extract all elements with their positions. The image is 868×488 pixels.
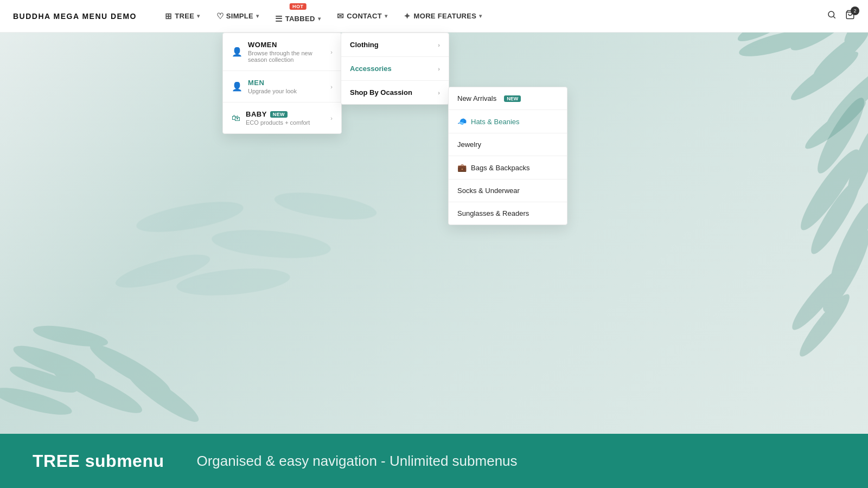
tabbed-icon: ☰ [275,14,282,24]
nav-item-more[interactable]: ✦ MORE FEATURES ▾ [397,7,488,25]
sunglasses-label: Sunglasses & Readers [457,209,529,217]
nav-contact-label: CONTACT [347,12,382,20]
svg-point-10 [810,93,868,178]
leaf-bottom-left [0,228,326,445]
svg-point-27 [113,248,213,294]
svg-point-25 [135,196,246,238]
baby-content: BABY NEW ECO products + comfort [246,110,325,126]
svg-point-19 [49,361,146,421]
simple-chevron: ▾ [256,13,259,19]
nav-simple-label: SIMPLE [226,12,253,20]
bags-icon: 💼 [457,163,467,172]
baby-new-badge: NEW [270,111,288,118]
nav-item-contact[interactable]: ✉ CONTACT ▾ [330,7,394,25]
cart-button[interactable]: 2 [845,10,855,22]
clothing-chevron: › [438,42,440,48]
search-button[interactable] [827,10,837,22]
tree-item-men[interactable]: 👤 MEN Upgrade your look › [223,71,341,102]
shop-ocassion-label: Shop By Ocassion [350,88,412,97]
accessories-chevron: › [438,66,440,72]
new-arrivals-badge: NEW [504,95,521,102]
l3-bags[interactable]: 💼 Bags & Backpacks [449,156,567,179]
svg-point-21 [86,338,175,400]
svg-point-11 [794,144,866,235]
svg-point-30 [828,11,834,17]
l3-hats-beanies[interactable]: 🧢 Hats & Beanies [449,110,567,133]
svg-point-28 [273,188,378,224]
nav-tabbed-label: TABBED [285,15,315,23]
leaf-center [81,108,461,325]
men-title: MEN [248,79,325,87]
svg-point-13 [787,261,852,335]
svg-point-12 [824,198,868,290]
baby-subtitle: ECO products + comfort [246,119,325,126]
leaf-top-right [613,0,868,233]
baby-title: BABY [246,110,267,118]
nav-item-simple[interactable]: ♡ SIMPLE ▾ [210,7,266,25]
women-title: WOMEN [248,41,325,49]
socks-label: Socks & Underwear [457,187,520,195]
svg-point-14 [842,124,868,201]
footer-bar: TREE submenu Organised & easy navigation… [0,434,868,488]
svg-point-7 [820,61,868,134]
svg-point-5 [787,46,863,106]
tree-icon: ⊞ [165,11,172,21]
l3-new-arrivals[interactable]: New Arrivals NEW [449,87,567,110]
new-arrivals-label: New Arrivals [457,94,496,102]
shop-ocassion-chevron: › [438,89,440,96]
l3-sunglasses[interactable]: Sunglasses & Readers [449,202,567,224]
hero-background: BUDDHA MEGA MENU DEMO ⊞ TREE ▾ ♡ SIMPLE … [0,0,868,488]
footer-description: Organised & easy navigation - Unlimited … [196,453,517,470]
nav-right: 2 [827,10,855,22]
brand-logo: BUDDHA MEGA MENU DEMO [13,12,137,21]
bags-label: Bags & Backpacks [471,164,529,172]
nav-items: ⊞ TREE ▾ ♡ SIMPLE ▾ HOT ☰ TABBED ▾ ✉ CON… [158,4,827,28]
men-chevron: › [330,84,333,90]
l3-socks[interactable]: Socks & Underwear [449,179,567,202]
accessories-dropdown: New Arrivals NEW 🧢 Hats & Beanies Jewelr… [448,87,567,225]
footer-title: TREE submenu [33,451,164,471]
simple-icon: ♡ [216,11,224,21]
baby-chevron: › [330,115,333,121]
men-icon: 👤 [232,81,242,92]
tree-dropdown: 👤 WOMEN Browse through the new season co… [222,33,342,134]
baby-icon: 🛍 [232,113,240,123]
tree-item-women[interactable]: 👤 WOMEN Browse through the new season co… [223,33,341,71]
svg-point-22 [31,322,109,351]
cart-count: 2 [851,7,859,15]
svg-line-31 [833,16,835,18]
hats-icon: 🧢 [457,117,467,126]
search-icon [827,10,837,20]
men-content: MEN Upgrade your look [248,79,325,94]
svg-point-17 [794,290,855,361]
nav-tree-label: TREE [175,12,194,20]
l2-shop-ocassion[interactable]: Shop By Ocassion › [341,81,449,104]
contact-chevron: ▾ [385,13,387,19]
svg-point-16 [816,226,868,316]
svg-point-24 [8,362,79,398]
leaf-right [678,54,868,380]
svg-point-23 [122,363,204,428]
tree-item-baby[interactable]: 🛍 BABY NEW ECO products + comfort › [223,102,341,133]
more-icon: ✦ [404,11,411,21]
navbar: BUDDHA MEGA MENU DEMO ⊞ TREE ▾ ♡ SIMPLE … [0,0,868,33]
men-subtitle: Upgrade your look [248,88,325,94]
women-content: WOMEN Browse through the new season coll… [248,41,325,63]
tree-chevron: ▾ [197,13,200,19]
l2-clothing[interactable]: Clothing › [341,33,449,57]
svg-point-29 [175,265,291,299]
jewelry-label: Jewelry [457,140,481,149]
svg-point-20 [0,382,74,420]
l3-jewelry[interactable]: Jewelry [449,133,567,156]
contact-icon: ✉ [337,11,344,21]
women-subtitle: Browse through the new season collection [248,50,325,63]
more-chevron: ▾ [479,13,482,19]
nav-more-label: MORE FEATURES [414,12,477,20]
clothing-dropdown: Clothing › Accessories › Shop By Ocassio… [341,33,449,105]
nav-item-tree[interactable]: ⊞ TREE ▾ [158,7,207,25]
nav-item-tabbed[interactable]: HOT ☰ TABBED ▾ [269,4,327,28]
svg-point-9 [801,95,868,154]
l2-accessories[interactable]: Accessories › [341,57,449,81]
women-chevron: › [330,49,333,55]
tabbed-chevron: ▾ [318,16,321,22]
